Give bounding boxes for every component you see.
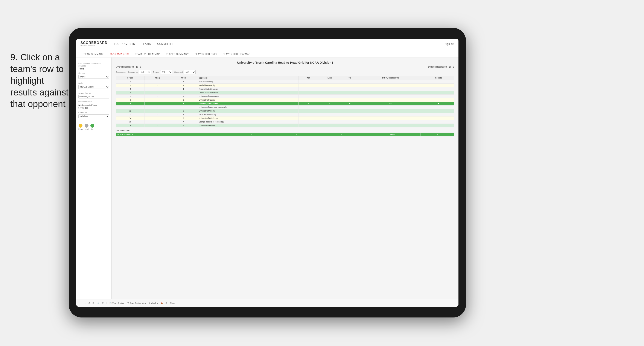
logo-title: SCOREBOARD <box>80 41 108 45</box>
legend-down-dot <box>78 124 82 128</box>
col-opponent: Opponent <box>197 76 298 80</box>
table-row[interactable]: 4-1Arizona State University <box>116 87 454 91</box>
cell-r3-c4 <box>298 91 318 95</box>
cell-r11-c6 <box>341 120 358 124</box>
toolbar-share[interactable]: Share <box>170 302 175 304</box>
toolbar-timer[interactable]: ⏱ <box>102 302 104 304</box>
cell-r7-c8 <box>423 105 454 109</box>
cell-r1-c7 <box>358 84 423 87</box>
opponent-filter-select[interactable]: (All) <box>184 70 196 74</box>
cell-r10-c1: - <box>144 116 170 120</box>
out-division-label: NCAA Division II <box>116 133 229 136</box>
grid-title: University of North Carolina Head-to-Hea… <box>116 61 454 64</box>
overall-record: Overall Record: 89 - 17 - 0 <box>116 66 141 68</box>
division-label: Division <box>78 82 109 84</box>
filters-row: Opponents: Conference (All) Region (All) <box>116 70 454 74</box>
cell-r6-c5: 0 <box>318 102 341 105</box>
tab-team-h2h-heatmap[interactable]: TEAM H2H HEATMAP <box>132 51 163 57</box>
table-row[interactable]: 2-1Auburn University <box>116 80 454 84</box>
cell-r10-c8 <box>423 116 454 120</box>
toolbar-redo[interactable]: ↪ <box>84 302 86 304</box>
nav-tournaments[interactable]: TOURNAMENTS <box>114 42 135 46</box>
toolbar-download[interactable]: 📥 <box>160 302 163 304</box>
cell-r7-c0: 11 <box>116 105 145 109</box>
cell-r4-c1: - <box>144 95 170 98</box>
cell-r11-c4 <box>298 120 318 124</box>
table-row[interactable]: 12-3University of Virginia <box>116 109 454 113</box>
logo-area: SCOREBOARD Powered by clippd <box>80 41 108 47</box>
division-select[interactable]: NCAA Division I <box>78 85 109 89</box>
conference-filter-label: Conference <box>128 71 138 73</box>
nav-committee[interactable]: COMMITTEE <box>157 42 174 46</box>
table-row[interactable]: 13-1Texas Tech University <box>116 113 454 116</box>
cell-r9-c3: Texas Tech University <box>197 113 298 116</box>
out-division-diff: 26.00 <box>364 133 420 136</box>
cell-r4-c5 <box>318 95 341 98</box>
toolbar-link[interactable]: 🔗 <box>97 302 99 304</box>
cell-r4-c8 <box>423 95 454 98</box>
table-row[interactable]: 10-5University of Alabama3002.618 <box>116 102 454 105</box>
radio-dot-top100 <box>78 107 80 109</box>
cell-r4-c6 <box>341 95 358 98</box>
table-row[interactable]: 3-2Vanderbilt University <box>116 84 454 87</box>
conference-filter-select[interactable]: (All) <box>139 70 151 74</box>
school-value[interactable]: University of Nort... <box>78 95 109 98</box>
cell-r8-c0: 12 <box>116 109 145 113</box>
nav-teams[interactable]: TEAMS <box>142 42 151 46</box>
cell-r2-c3: Arizona State University <box>197 87 298 91</box>
cell-r0-c5 <box>318 80 341 84</box>
table-row[interactable]: 15-4Georgia Institute of Technology <box>116 120 454 124</box>
cell-r0-c7 <box>358 80 423 84</box>
table-row[interactable]: 14-2University of Oklahoma <box>116 116 454 120</box>
tab-player-summary[interactable]: PLAYER SUMMARY <box>163 51 192 57</box>
cell-r11-c7 <box>358 120 423 124</box>
toolbar-view-original[interactable]: 📋 View: Original <box>109 302 124 304</box>
radio-opponents-played[interactable]: Opponents Played <box>78 104 109 106</box>
toolbar-undo[interactable]: ↩ <box>80 302 82 304</box>
region-filter-select[interactable]: (All) <box>160 70 172 74</box>
table-row[interactable]: 11-6University of Arkansas, Fayetteville <box>116 105 454 109</box>
gender-select[interactable]: Men's <box>78 75 109 79</box>
table-row[interactable]: 8-2University of Washington <box>116 95 454 98</box>
cell-r3-c0: 6 <box>116 91 145 95</box>
cell-r12-c8 <box>423 124 454 127</box>
cell-r4-c4 <box>298 95 318 98</box>
tab-player-h2h-heatmap[interactable]: PLAYER H2H HEATMAP <box>220 51 253 57</box>
tab-team-h2h-grid[interactable]: TEAM H2H GRID <box>106 51 132 57</box>
cell-r7-c6 <box>341 105 358 109</box>
out-division-rounds: 3 <box>420 133 454 136</box>
cell-r12-c0: 16 <box>116 124 145 127</box>
cell-r6-c2: 5 <box>170 102 197 105</box>
cell-r10-c5 <box>318 116 341 120</box>
cell-r2-c8 <box>423 87 454 91</box>
main-content: Last Updated: 27/03/2024 16:55:38 Team G… <box>76 57 458 299</box>
bottom-toolbar: ↩ ↪ ↺ ⊞ 🔗 ⏱ | 📋 View: Original 💾 Save Cu… <box>76 299 458 307</box>
table-row[interactable]: 16-3University of Florida <box>116 124 454 127</box>
tab-team-summary[interactable]: TEAM SUMMARY <box>80 51 106 57</box>
tab-player-h2h-grid[interactable]: PLAYER H2H GRID <box>192 51 220 57</box>
cell-r5-c4 <box>298 98 318 102</box>
cell-r3-c6 <box>341 91 358 95</box>
cell-r8-c3: University of Virginia <box>197 109 298 113</box>
cell-r7-c7 <box>358 105 423 109</box>
table-row[interactable]: 9-3University of Arizona <box>116 98 454 102</box>
radio-top100[interactable]: Top 100 <box>78 107 109 109</box>
toolbar-save-custom[interactable]: 💾 Save Custom View <box>127 302 146 304</box>
cell-r6-c8: 8 <box>423 102 454 105</box>
table-row[interactable]: 6-2Florida State University <box>116 91 454 95</box>
opponent-filter-label: Opponent <box>174 71 183 73</box>
sign-out-link[interactable]: Sign out <box>445 42 454 45</box>
colour-by-select[interactable]: Win/loss <box>78 114 109 118</box>
toolbar-grid[interactable]: ⊞ <box>92 302 94 304</box>
cell-r4-c7 <box>358 95 423 98</box>
out-division-row[interactable]: NCAA Division II 1 0 0 26.00 3 <box>116 133 454 136</box>
cell-r9-c8 <box>423 113 454 116</box>
cell-r1-c5 <box>318 84 341 87</box>
cell-r7-c3: University of Arkansas, Fayetteville <box>197 105 298 109</box>
toolbar-grid2[interactable]: ⊞ <box>166 302 167 304</box>
school-label: School (Rank) <box>78 92 109 94</box>
cell-r6-c6: 0 <box>341 102 358 105</box>
toolbar-watch[interactable]: 👁 Watch ▾ <box>148 302 158 304</box>
toolbar-refresh[interactable]: ↺ <box>88 302 90 304</box>
cell-r10-c4 <box>298 116 318 120</box>
